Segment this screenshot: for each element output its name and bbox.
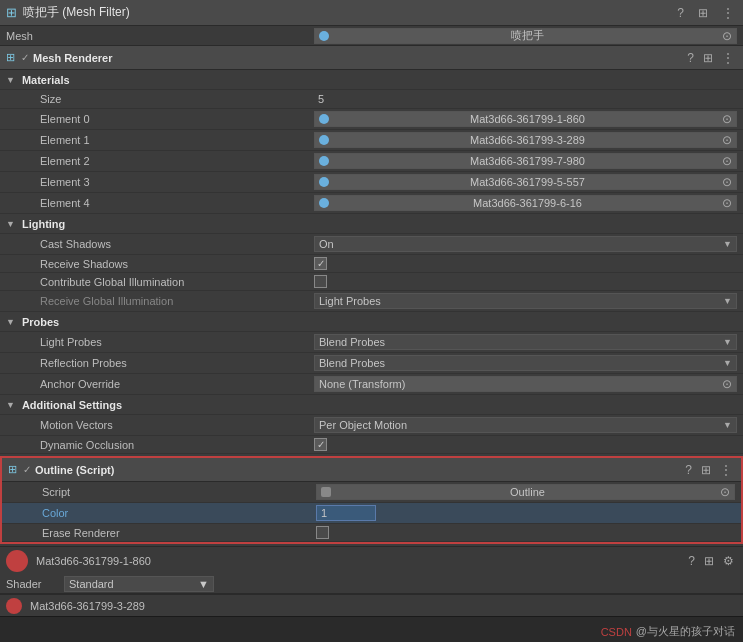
shader-dropdown[interactable]: Standard ▼ — [64, 576, 214, 592]
mesh-row: Mesh 喷把手 ⊙ — [0, 26, 743, 46]
light-probes-row: Light Probes Blend Probes ▼ — [0, 332, 743, 353]
lighting-triangle[interactable]: ▼ — [6, 219, 15, 229]
anchor-override-row: Anchor Override None (Transform) ⊙ — [0, 374, 743, 395]
script-icon — [321, 487, 331, 497]
element3-dot — [319, 177, 329, 187]
light-probes-value[interactable]: Blend Probes ▼ — [314, 334, 737, 350]
element1-row: Element 1 Mat3d66-361799-3-289 ⊙ — [0, 130, 743, 151]
shader-value: Standard — [69, 578, 114, 590]
inspector-panel: ⊞ 喷把手 (Mesh Filter) ? ⊞ ⋮ Mesh 喷把手 ⊙ ⊞ ✓… — [0, 0, 743, 642]
element0-select[interactable]: ⊙ — [722, 112, 732, 126]
cast-shadows-value[interactable]: On ▼ — [314, 236, 737, 252]
additional-settings-triangle[interactable]: ▼ — [6, 400, 15, 410]
script-field[interactable]: Outline ⊙ — [316, 484, 735, 500]
dynamic-occlusion-checkbox[interactable] — [314, 438, 327, 451]
element0-row: Element 0 Mat3d66-361799-1-860 ⊙ — [0, 109, 743, 130]
motion-vectors-row: Motion Vectors Per Object Motion ▼ — [0, 415, 743, 436]
material-help-icon[interactable]: ? — [685, 554, 698, 568]
renderer-help-icon[interactable]: ? — [684, 51, 697, 65]
element2-row: Element 2 Mat3d66-361799-7-980 ⊙ — [0, 151, 743, 172]
element2-field[interactable]: Mat3d66-361799-7-980 ⊙ — [314, 153, 737, 169]
renderer-check[interactable]: ✓ — [21, 52, 29, 63]
receive-shadows-checkbox[interactable] — [314, 257, 327, 270]
dynamic-occlusion-row: Dynamic Occlusion — [0, 436, 743, 454]
element0-field[interactable]: Mat3d66-361799-1-860 ⊙ — [314, 111, 737, 127]
element3-name: Mat3d66-361799-5-557 — [470, 176, 585, 188]
reflection-probes-value[interactable]: Blend Probes ▼ — [314, 355, 737, 371]
renderer-header-icons: ? ⊞ ⋮ — [684, 51, 737, 65]
cast-shadows-dropdown[interactable]: On ▼ — [314, 236, 737, 252]
element4-label: Element 4 — [6, 197, 314, 209]
menu-icon[interactable]: ⋮ — [719, 6, 737, 20]
motion-vectors-arrow-icon: ▼ — [723, 420, 732, 430]
element3-field[interactable]: Mat3d66-361799-5-557 ⊙ — [314, 174, 737, 190]
outline-settings-icon[interactable]: ⊞ — [698, 463, 714, 477]
help-icon[interactable]: ? — [674, 6, 687, 20]
material-bottom-name: Mat3d66-361799-1-860 — [36, 555, 685, 567]
outline-header-icons: ? ⊞ ⋮ — [682, 463, 735, 477]
element1-field[interactable]: Mat3d66-361799-3-289 ⊙ — [314, 132, 737, 148]
element4-name: Mat3d66-361799-6-16 — [473, 197, 582, 209]
mesh-value-field[interactable]: 喷把手 ⊙ — [314, 28, 737, 44]
color-label: Color — [8, 507, 316, 519]
user-label: @与火星的孩子对话 — [636, 624, 735, 639]
element0-value[interactable]: Mat3d66-361799-1-860 ⊙ — [314, 111, 737, 127]
element3-value[interactable]: Mat3d66-361799-5-557 ⊙ — [314, 174, 737, 190]
settings-icon[interactable]: ⊞ — [695, 6, 711, 20]
erase-renderer-row: Erase Renderer — [2, 524, 741, 542]
outline-menu-icon[interactable]: ⋮ — [717, 463, 735, 477]
material2-dot-icon — [6, 598, 22, 614]
anchor-override-value[interactable]: None (Transform) ⊙ — [314, 376, 737, 392]
outline-help-icon[interactable]: ? — [682, 463, 695, 477]
color-input[interactable]: 1 — [316, 505, 376, 521]
motion-vectors-dropdown[interactable]: Per Object Motion ▼ — [314, 417, 737, 433]
outline-grid-icon: ⊞ — [8, 463, 17, 476]
material-settings-icon[interactable]: ⊞ — [701, 554, 717, 568]
element4-field[interactable]: Mat3d66-361799-6-16 ⊙ — [314, 195, 737, 211]
renderer-settings-icon[interactable]: ⊞ — [700, 51, 716, 65]
erase-renderer-label: Erase Renderer — [8, 527, 316, 539]
element2-value[interactable]: Mat3d66-361799-7-980 ⊙ — [314, 153, 737, 169]
dynamic-occlusion-value — [314, 438, 737, 451]
outline-check[interactable]: ✓ — [23, 464, 31, 475]
outline-title: Outline (Script) — [35, 464, 682, 476]
receive-gi-arrow-icon: ▼ — [723, 296, 732, 306]
anchor-override-field[interactable]: None (Transform) ⊙ — [314, 376, 737, 392]
anchor-override-select[interactable]: ⊙ — [722, 377, 732, 391]
script-value[interactable]: Outline ⊙ — [316, 484, 735, 500]
materials-triangle[interactable]: ▼ — [6, 75, 15, 85]
mesh-value: 喷把手 — [511, 28, 544, 43]
cast-shadows-text: On — [319, 238, 334, 250]
motion-vectors-value[interactable]: Per Object Motion ▼ — [314, 417, 737, 433]
material-gear-icon[interactable]: ⚙ — [720, 554, 737, 568]
element3-select[interactable]: ⊙ — [722, 175, 732, 189]
element1-value[interactable]: Mat3d66-361799-3-289 ⊙ — [314, 132, 737, 148]
contribute-gi-label: Contribute Global Illumination — [6, 276, 314, 288]
light-probes-text: Blend Probes — [319, 336, 385, 348]
reflection-probes-dropdown[interactable]: Blend Probes ▼ — [314, 355, 737, 371]
size-label: Size — [6, 93, 314, 105]
receive-gi-value[interactable]: Light Probes ▼ — [314, 293, 737, 309]
receive-shadows-value — [314, 257, 737, 270]
renderer-menu-icon[interactable]: ⋮ — [719, 51, 737, 65]
shader-row: Shader Standard ▼ — [0, 574, 743, 594]
outline-script-section: ⊞ ✓ Outline (Script) ? ⊞ ⋮ Script Outlin… — [0, 456, 743, 544]
element2-select[interactable]: ⊙ — [722, 154, 732, 168]
receive-gi-dropdown[interactable]: Light Probes ▼ — [314, 293, 737, 309]
mesh-select-icon[interactable]: ⊙ — [722, 29, 732, 43]
outline-script-header: ⊞ ✓ Outline (Script) ? ⊞ ⋮ — [2, 458, 741, 482]
color-value[interactable]: 1 — [316, 505, 735, 521]
element4-select[interactable]: ⊙ — [722, 196, 732, 210]
element1-name: Mat3d66-361799-3-289 — [470, 134, 585, 146]
materials-section-header: ▼ Materials — [0, 70, 743, 90]
probes-triangle[interactable]: ▼ — [6, 317, 15, 327]
element4-value[interactable]: Mat3d66-361799-6-16 ⊙ — [314, 195, 737, 211]
light-probes-dropdown[interactable]: Blend Probes ▼ — [314, 334, 737, 350]
size-row: Size 5 — [0, 90, 743, 109]
script-select[interactable]: ⊙ — [720, 485, 730, 499]
contribute-gi-checkbox[interactable] — [314, 275, 327, 288]
erase-renderer-checkbox[interactable] — [316, 526, 329, 539]
element0-name: Mat3d66-361799-1-860 — [470, 113, 585, 125]
element1-select[interactable]: ⊙ — [722, 133, 732, 147]
additional-settings-title: Additional Settings — [18, 399, 122, 411]
